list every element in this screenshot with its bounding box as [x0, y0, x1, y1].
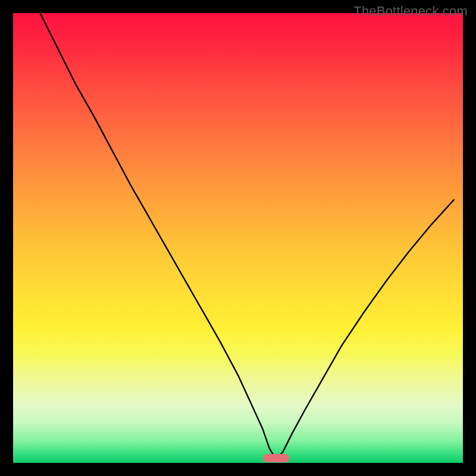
minimum-marker [263, 454, 289, 462]
watermark-text: TheBottleneck.com [353, 4, 468, 19]
bottleneck-curve [13, 13, 463, 463]
plot-area [13, 13, 463, 463]
